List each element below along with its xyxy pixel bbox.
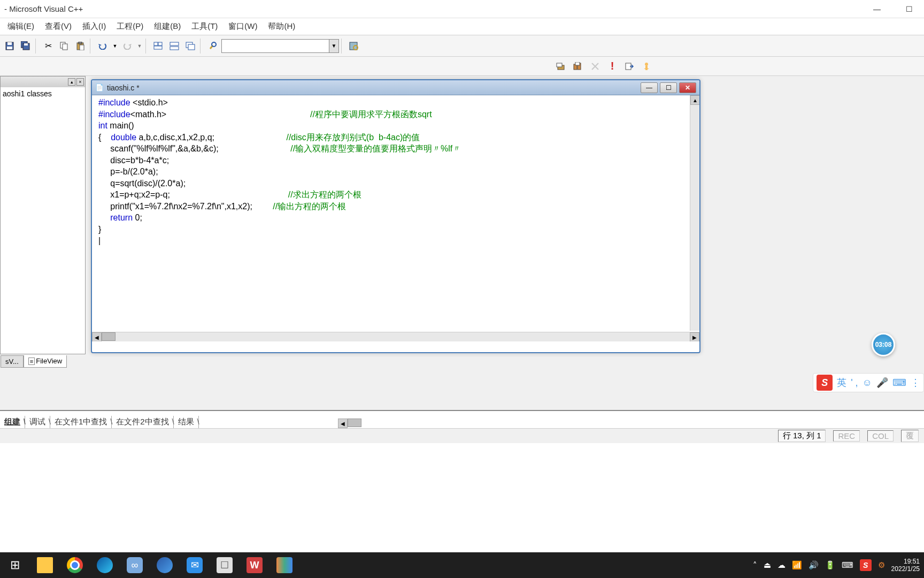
- tree-root-label[interactable]: aoshi1 classes: [3, 89, 52, 98]
- workspace-button[interactable]: [151, 39, 166, 54]
- tray-sogou-icon[interactable]: S: [860, 559, 872, 571]
- scroll-right-icon[interactable]: ▶: [690, 332, 699, 341]
- ime-mic-icon[interactable]: 🎤: [876, 377, 888, 389]
- editor-body[interactable]: #include <stdio.h> #include<math.h> //程序…: [92, 95, 699, 341]
- code-area[interactable]: #include <stdio.h> #include<math.h> //程序…: [92, 95, 699, 249]
- svg-rect-13: [154, 46, 162, 49]
- sogou-logo-icon[interactable]: S: [817, 375, 833, 391]
- ime-more-icon[interactable]: ⋮: [911, 377, 920, 389]
- svg-rect-7: [63, 44, 67, 50]
- tray-wifi-icon[interactable]: 📶: [792, 560, 802, 570]
- scroll-up-icon[interactable]: ▲: [690, 95, 699, 105]
- editor-window: 📄 tiaoshi.c * — ☐ ✕ #include <stdio.h> #…: [91, 79, 700, 353]
- menu-edit[interactable]: 编辑(E): [2, 19, 40, 34]
- output-tab-find2[interactable]: 在文件2中查找: [112, 416, 173, 428]
- ime-keyboard-icon[interactable]: ⌨: [892, 377, 906, 389]
- taskbar-app1[interactable]: ∞: [120, 552, 150, 578]
- taskbar-edge[interactable]: [90, 552, 120, 578]
- save-all-button[interactable]: [18, 39, 33, 54]
- output-tab-results[interactable]: 结果: [174, 416, 199, 428]
- system-tray: ˄ ⏏ ☁ 📶 🔊 🔋 ⌨ S ⚙ 19:51 2022/1/25: [749, 558, 924, 573]
- tray-onedrive-icon[interactable]: ☁: [777, 560, 786, 570]
- find-in-files-button[interactable]: [346, 39, 361, 54]
- scroll-left-icon[interactable]: ◀: [92, 332, 102, 341]
- window-list-button[interactable]: [183, 39, 198, 54]
- tray-chevron-up-icon[interactable]: ˄: [753, 560, 757, 570]
- tab-classview[interactable]: sV...: [1, 355, 24, 368]
- redo-button[interactable]: [120, 39, 135, 54]
- find-combo[interactable]: ▼: [221, 39, 339, 53]
- ime-lang[interactable]: 英: [837, 376, 846, 389]
- status-ovr: 覆: [901, 430, 919, 442]
- timer-badge[interactable]: 03:08: [872, 333, 895, 356]
- document-icon: 📄: [95, 83, 104, 92]
- menu-help[interactable]: 帮助(H): [263, 19, 301, 34]
- tray-date: 2022/1/25: [891, 565, 920, 573]
- execute-button[interactable]: !: [605, 59, 620, 74]
- stop-build-button[interactable]: [588, 59, 603, 74]
- output-tab-build[interactable]: 组建: [0, 416, 25, 428]
- window-maximize-button[interactable]: ☐: [898, 1, 920, 17]
- ime-toolbar[interactable]: S 英 ' , ☺ 🎤 ⌨ ⋮: [813, 373, 924, 392]
- svg-point-27: [645, 63, 648, 66]
- menu-insert[interactable]: 插入(I): [77, 19, 111, 34]
- ime-punct[interactable]: ' ,: [851, 377, 858, 389]
- save-button[interactable]: [2, 39, 17, 54]
- menu-view[interactable]: 查看(V): [40, 19, 77, 34]
- output-button[interactable]: [167, 39, 182, 54]
- window-minimize-button[interactable]: —: [866, 1, 888, 17]
- editor-close-button[interactable]: ✕: [679, 82, 696, 93]
- tray-clock[interactable]: 19:51 2022/1/25: [891, 558, 920, 573]
- tray-battery-icon[interactable]: 🔋: [825, 560, 835, 570]
- copy-button[interactable]: [57, 39, 72, 54]
- menu-build[interactable]: 组建(B): [149, 19, 186, 34]
- tab-fileview[interactable]: ≡FileView: [24, 355, 67, 368]
- tray-usb-icon[interactable]: ⏏: [764, 560, 771, 570]
- compile-button[interactable]: [553, 59, 568, 74]
- editor-minimize-button[interactable]: —: [641, 82, 658, 93]
- svg-rect-25: [575, 62, 580, 65]
- output-scroll-thumb[interactable]: [348, 419, 361, 427]
- tray-settings-icon[interactable]: ⚙: [878, 560, 885, 570]
- svg-point-18: [212, 42, 216, 47]
- output-scroll-left-icon[interactable]: ◀: [338, 419, 348, 428]
- taskbar-app2[interactable]: [150, 552, 180, 578]
- menu-project[interactable]: 工程(P): [111, 19, 149, 34]
- taskbar-wps[interactable]: W: [240, 552, 270, 578]
- taskbar-explorer[interactable]: [30, 552, 60, 578]
- tray-volume-icon[interactable]: 🔊: [808, 560, 819, 570]
- editor-horizontal-scrollbar[interactable]: ◀ ▶: [92, 332, 699, 341]
- menu-window[interactable]: 窗口(W): [223, 19, 263, 34]
- svg-rect-14: [170, 42, 179, 45]
- window-title: - Microsoft Visual C++: [4, 4, 83, 13]
- menu-tools[interactable]: 工具(T): [186, 19, 223, 34]
- panel-close-button[interactable]: ×: [76, 78, 84, 86]
- panel-minimize-button[interactable]: ▴: [68, 78, 75, 86]
- chevron-down-icon[interactable]: ▼: [329, 40, 338, 52]
- find-button[interactable]: [205, 39, 220, 54]
- build-button[interactable]: [571, 59, 586, 74]
- scroll-thumb[interactable]: [102, 332, 116, 341]
- insert-breakpoint-button[interactable]: [639, 59, 654, 74]
- windows-taskbar: ⊞ ∞ ✉ ☐ W ˄ ⏏ ☁ 📶 🔊 🔋 ⌨ S ⚙ 19:51 2022/1…: [0, 552, 924, 578]
- taskbar-app4[interactable]: ☐: [210, 552, 240, 578]
- output-tab-find1[interactable]: 在文件1中查找: [50, 416, 112, 428]
- redo-dropdown[interactable]: ▼: [136, 43, 143, 49]
- taskbar-app3[interactable]: ✉: [180, 552, 210, 578]
- cut-button[interactable]: ✂: [41, 39, 56, 54]
- tray-keyboard-icon[interactable]: ⌨: [842, 560, 853, 570]
- editor-titlebar[interactable]: 📄 tiaoshi.c * — ☐ ✕: [92, 80, 699, 95]
- undo-dropdown[interactable]: ▼: [111, 43, 119, 49]
- taskbar-chrome[interactable]: [60, 552, 90, 578]
- editor-maximize-button[interactable]: ☐: [660, 82, 677, 93]
- status-rec: REC: [833, 430, 860, 442]
- taskbar-start-button[interactable]: ⊞: [0, 552, 30, 578]
- taskbar-app5[interactable]: [270, 552, 299, 578]
- ime-emoji-icon[interactable]: ☺: [863, 377, 872, 389]
- go-button[interactable]: [622, 59, 637, 74]
- svg-rect-17: [188, 44, 195, 50]
- output-tab-debug[interactable]: 调试: [25, 416, 50, 428]
- paste-button[interactable]: [73, 39, 88, 54]
- undo-button[interactable]: [95, 39, 110, 54]
- editor-vertical-scrollbar[interactable]: ▲: [690, 95, 699, 331]
